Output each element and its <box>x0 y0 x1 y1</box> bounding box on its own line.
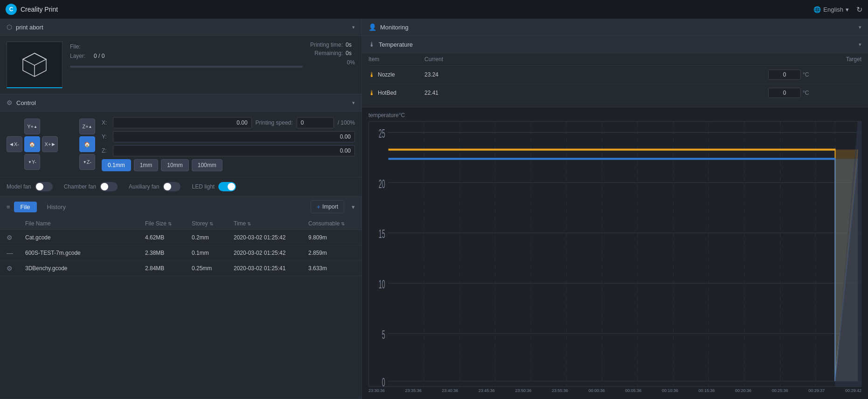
titlebar: C Creality Print 🌐 English ▾ ↻ <box>0 0 868 19</box>
x-label-9: 00:10:36 <box>662 388 678 393</box>
chart-section: temperature°C <box>362 107 868 399</box>
col-header-consumable[interactable]: Consumable ⇅ <box>308 220 355 227</box>
nozzle-target-input[interactable] <box>768 70 801 80</box>
hotbed-unit: °C <box>803 90 809 96</box>
file-label: File: <box>70 43 91 50</box>
step-buttons: 0.1mm 1mm 10mm 100mm <box>102 159 355 171</box>
import-plus-icon: + <box>317 203 320 210</box>
file-type-icon-0: ⚙ <box>7 234 25 241</box>
file-table-header: File Name File Size ⇅ Storey ⇅ Time ⇅ Co… <box>0 217 361 230</box>
right-panel: 👤 Monitoring ▾ 🌡 Temperature ▾ Item Curr… <box>361 19 868 399</box>
led-light-toggle[interactable] <box>218 182 236 191</box>
z-coord-label: Z: <box>102 147 109 154</box>
chamber-fan-toggle[interactable] <box>100 182 118 191</box>
file-table: ⚙ Cat.gcode 4.62MB 0.2mm 2020-03-02 01:2… <box>0 230 361 399</box>
x-label-2: 23:35:36 <box>405 388 422 393</box>
x-minus-button[interactable]: ◀X- <box>7 136 22 152</box>
print-section-header[interactable]: ⬡ print abort ▾ <box>0 19 361 36</box>
step-01mm-button[interactable]: 0.1mm <box>102 159 131 171</box>
x-label-7: 00:00:36 <box>589 388 605 393</box>
file-consumable-1: 2.859m <box>308 250 355 256</box>
file-row-0[interactable]: ⚙ Cat.gcode 4.62MB 0.2mm 2020-03-02 01:2… <box>0 230 361 245</box>
hotbed-temp-row: 🌡 HotBed 22.41 °C <box>368 84 861 102</box>
temperature-section: 🌡 Temperature ▾ Item Current Target 🌡 No… <box>362 36 868 107</box>
print-content: File: Layer: 0 / 0 Printin <box>0 36 361 94</box>
home-z-button[interactable]: 🏠 <box>79 136 95 152</box>
hotbed-label: HotBed <box>378 90 396 96</box>
temperature-header[interactable]: 🌡 Temperature ▾ <box>362 36 868 53</box>
col-header-time[interactable]: Time ⇅ <box>234 220 308 227</box>
file-tab[interactable]: File <box>14 202 37 212</box>
col-header-filesize[interactable]: File Size ⇅ <box>145 220 192 227</box>
model-fan-knob <box>36 183 43 190</box>
x-label-6: 23:55:36 <box>552 388 568 393</box>
filename-label: File Name <box>25 220 51 227</box>
x-coord-input[interactable] <box>113 117 252 128</box>
nozzle-target-container: °C <box>768 70 861 80</box>
temp-col-item: Item <box>368 56 424 63</box>
file-time-0: 2020-03-02 01:25:42 <box>234 234 308 241</box>
led-light-control: LED light <box>192 182 236 191</box>
print-section-chevron-icon: ▾ <box>352 24 355 30</box>
coords-panel: X: Printing speed: / 100% Y: Z: <box>102 117 355 171</box>
nozzle-current: 23.24 <box>424 71 768 78</box>
temp-col-current: Current <box>424 56 768 63</box>
import-button[interactable]: + Import <box>311 200 344 213</box>
model-fan-control: Model fan <box>7 182 53 191</box>
app-title: Creality Print <box>21 6 58 13</box>
col-header-filename[interactable]: File Name <box>25 220 145 227</box>
auxiliary-fan-control: Auxiliary fan <box>129 182 181 191</box>
control-section-header[interactable]: ⚙ Control ▾ <box>0 94 361 112</box>
y-coord-row: Y: <box>102 131 355 142</box>
auxiliary-fan-label: Auxiliary fan <box>129 183 159 190</box>
auxiliary-fan-toggle[interactable] <box>163 182 181 191</box>
col-header-storey[interactable]: Storey ⇅ <box>192 220 234 227</box>
progress-bar <box>70 66 303 68</box>
remaining-value: 0s <box>346 50 355 56</box>
z-coord-row: Z: <box>102 145 355 156</box>
model-fan-label: Model fan <box>7 183 31 190</box>
print-info: File: Layer: 0 / 0 <box>70 42 303 68</box>
file-section-chevron-icon[interactable]: ▾ <box>352 203 355 210</box>
layer-label: Layer: <box>70 53 91 59</box>
refresh-icon[interactable]: ↻ <box>856 5 862 14</box>
led-light-knob <box>228 183 235 190</box>
storey-sort-icon: ⇅ <box>209 221 213 226</box>
x-plus-button[interactable]: X+▶ <box>42 136 58 152</box>
y-plus-button[interactable]: Y+▲ <box>24 119 40 134</box>
file-size-2: 2.84MB <box>145 265 192 272</box>
y-coord-input[interactable] <box>113 131 355 142</box>
history-tab[interactable]: History <box>41 202 72 212</box>
step-100mm-button[interactable]: 100mm <box>192 159 222 171</box>
layer-row: Layer: 0 / 0 <box>70 53 303 59</box>
step-1mm-button[interactable]: 1mm <box>134 159 159 171</box>
z-plus-button[interactable]: Z+▲ <box>79 119 95 134</box>
home-xy-button[interactable]: 🏠 <box>24 136 40 152</box>
filesize-sort-icon: ⇅ <box>168 221 172 226</box>
x-label-12: 00:25:36 <box>772 388 788 393</box>
hotbed-target-input[interactable] <box>768 88 801 98</box>
model-fan-toggle[interactable] <box>35 182 53 191</box>
x-label-5: 23:50:36 <box>515 388 531 393</box>
y-minus-button[interactable]: ▼Y- <box>24 154 40 170</box>
speed-input[interactable] <box>297 117 334 128</box>
language-label: English <box>823 6 843 13</box>
z-minus-button[interactable]: ▼Z- <box>79 154 95 170</box>
svg-text:5: 5 <box>382 328 385 341</box>
x-label-13: 00:29:37 <box>808 388 825 393</box>
file-type-icon-2: ⚙ <box>7 265 25 272</box>
monitoring-header[interactable]: 👤 Monitoring ▾ <box>362 19 868 36</box>
led-light-label: LED light <box>192 183 215 190</box>
language-selector[interactable]: 🌐 English ▾ <box>813 6 849 13</box>
speed-label: Printing speed: <box>256 119 293 126</box>
file-row-1[interactable]: — 600S-TEST-7m.gcode 2.38MB 0.1mm 2020-0… <box>0 245 361 261</box>
x-label-11: 00:20:36 <box>735 388 751 393</box>
file-row-2[interactable]: ⚙ 3DBenchy.gcode 2.84MB 0.25mm 2020-03-0… <box>0 261 361 276</box>
x-label-10: 00:15:36 <box>698 388 715 393</box>
monitoring-icon: 👤 <box>368 23 376 31</box>
file-name-0: Cat.gcode <box>25 234 145 241</box>
step-10mm-button[interactable]: 10mm <box>161 159 188 171</box>
printing-time-row: Printing time: 0s <box>310 42 355 48</box>
z-coord-input[interactable] <box>113 145 355 156</box>
consumable-label: Consumable <box>308 220 340 227</box>
